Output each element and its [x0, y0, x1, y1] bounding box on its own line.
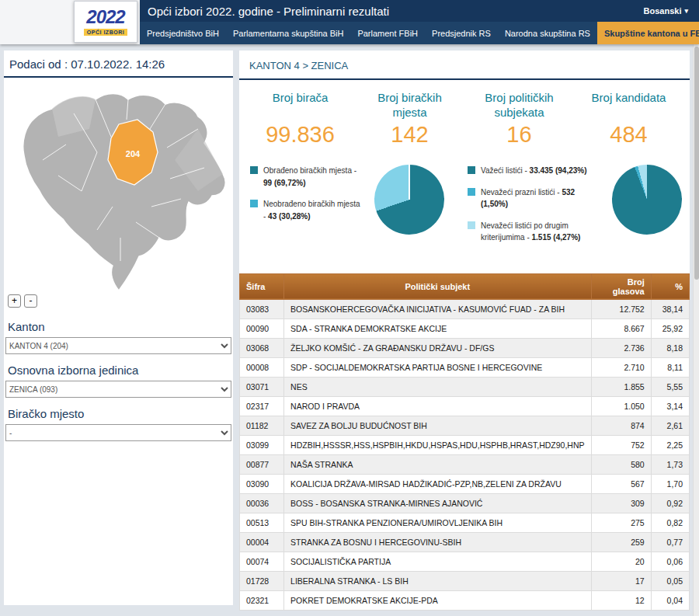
- cell-code: 00004: [240, 532, 284, 552]
- stat-card: Broj političkih subjekata16: [464, 91, 574, 148]
- cell-code: 02321: [240, 590, 284, 610]
- map-region-label: 204: [126, 149, 141, 158]
- cell-votes: 580: [591, 454, 651, 474]
- kanton-label: Kanton: [8, 320, 230, 333]
- legend-label: Nevažeći listići po drugim kriterijumima…: [481, 220, 595, 244]
- table-row[interactable]: 02317NAROD I PRAVDA1.0503,14: [240, 396, 690, 416]
- nav-tab[interactable]: Parlament FBiH: [350, 22, 425, 44]
- cell-votes: 752: [591, 435, 651, 454]
- legend-1: Obrađeno biračkih mjesta - 99 (69,72%)Ne…: [250, 165, 362, 231]
- cell-code: 00074: [240, 552, 284, 571]
- cell-subject: KOALICIJA DRŽAVA-MIRSAD HADŽIKADIĆ-PZP,N…: [284, 474, 591, 493]
- cell-subject: SPU BIH-STRANKA PENZIONERA/UMIROVLJENIKA…: [284, 513, 591, 532]
- cell-subject: BOSANSKOHERCEGOVAČKA INICIJATIVA - KASUM…: [284, 299, 591, 318]
- scrollbar[interactable]: [693, 44, 699, 616]
- cell-percent: 0,82: [651, 513, 689, 532]
- pie-1: [374, 165, 444, 235]
- cell-subject: POKRET DEMOKRATSKE AKCIJE-PDA: [284, 590, 591, 610]
- nav-tab[interactable]: Predsjednik RS: [425, 22, 498, 44]
- biracko-mjesto-label: Biračko mjesto: [8, 407, 230, 420]
- cell-votes: 259: [591, 532, 651, 552]
- column-header: Politički subjekt: [284, 273, 591, 299]
- legend-item: Neobrađeno biračkih mjesta - 43 (30,28%): [250, 198, 362, 222]
- legend-label: Obrađeno biračkih mjesta - 99 (69,72%): [263, 165, 362, 189]
- biracko-mjesto-select[interactable]: -: [5, 424, 231, 441]
- table-row[interactable]: 00877NAŠA STRANKA5801,73: [240, 454, 690, 474]
- stat-card: Broj kandidata484: [574, 91, 683, 148]
- chevron-down-icon: ▾: [684, 7, 688, 15]
- cell-code: 03090: [240, 474, 284, 493]
- language-label: Bosanski: [644, 6, 682, 16]
- legend-item: Važeći listići - 33.435 (94,23%): [468, 165, 595, 177]
- cell-votes: 874: [591, 416, 651, 435]
- cell-votes: 12: [591, 590, 651, 610]
- cell-subject: SDP - SOCIJALDEMOKRATSKA PARTIJA BOSNE I…: [284, 357, 591, 377]
- page: 2022 OPĆI IZBORI Opći izbori 2022. godin…: [0, 0, 699, 616]
- cell-code: 00036: [240, 493, 284, 513]
- legend-label: Važeći listići - 33.435 (94,23%): [481, 165, 587, 177]
- stat-label: Broj političkih subjekata: [469, 91, 570, 122]
- logo[interactable]: 2022 OPĆI IZBORI: [74, 1, 137, 43]
- table-row[interactable]: 00090SDA - STRANKA DEMOKRATSKE AKCIJE8.6…: [240, 318, 690, 338]
- table-row[interactable]: 00036BOSS - BOSANSKA STRANKA-MIRNES AJAN…: [240, 493, 690, 513]
- kanton-select[interactable]: KANTON 4 (204): [5, 337, 231, 354]
- cell-subject: ŽELJKO KOMŠIĆ - ZA GRAĐANSKU DRŽAVU - DF…: [284, 338, 591, 357]
- logo-year: 2022: [86, 8, 124, 26]
- cell-votes: 8.667: [591, 318, 651, 338]
- table-row[interactable]: 03071NES1.8555,55: [240, 377, 690, 396]
- cell-percent: 3,14: [651, 396, 689, 416]
- nav-tab[interactable]: Parlamentarna skupština BiH: [226, 22, 350, 44]
- cell-percent: 2,61: [651, 416, 689, 435]
- table-row[interactable]: 03099HDZBIH,HSSSR,HSS,HSPBIH,HKDU,HSPAS,…: [240, 435, 690, 454]
- table-row[interactable]: 00004STRANKA ZA BOSNU I HERCEGOVINU-SBIH…: [240, 532, 690, 552]
- table-body: 03083BOSANSKOHERCEGOVAČKA INICIJATIVA - …: [240, 299, 690, 610]
- table-row[interactable]: 02321POKRET DEMOKRATSKE AKCIJE-PDA120,04: [240, 590, 690, 610]
- stat-label: Broj birača: [250, 91, 351, 122]
- stat-label: Broj biračkih mjesta: [360, 91, 461, 122]
- cell-subject: LIBERALNA STRANKA - LS BIH: [284, 571, 591, 590]
- table-row[interactable]: 00513SPU BIH-STRANKA PENZIONERA/UMIROVLJ…: [240, 513, 690, 532]
- bih-map[interactable]: 204: [4, 78, 233, 311]
- column-header: Šifra: [240, 273, 284, 299]
- nav-tab[interactable]: Predsjedništvo BiH: [140, 22, 226, 44]
- cell-code: 00513: [240, 513, 284, 532]
- legend-label: Neobrađeno biračkih mjesta - 43 (30,28%): [263, 198, 362, 222]
- cell-code: 00008: [240, 357, 284, 377]
- language-selector[interactable]: Bosanski ▾: [644, 6, 699, 16]
- main-panel: KANTON 4 > ZENICA Broj birača99.836Broj …: [239, 50, 690, 611]
- stat-card: Broj biračkih mjesta142: [355, 91, 464, 148]
- nav-tab[interactable]: Narodna skupština RS: [498, 22, 597, 44]
- table-row[interactable]: 00008SDP - SOCIJALDEMOKRATSKA PARTIJA BO…: [240, 357, 690, 377]
- cell-percent: 0,06: [651, 552, 689, 571]
- pie-2: [612, 165, 682, 235]
- cell-percent: 5,55: [651, 377, 689, 396]
- cell-percent: 0,05: [651, 571, 689, 590]
- table-row[interactable]: 03068ŽELJKO KOMŠIĆ - ZA GRAĐANSKU DRŽAVU…: [240, 338, 690, 357]
- zoom-out-button[interactable]: -: [24, 294, 37, 308]
- cell-percent: 38,14: [651, 299, 689, 318]
- stat-value: 16: [464, 122, 574, 148]
- table-row[interactable]: 03083BOSANSKOHERCEGOVAČKA INICIJATIVA - …: [240, 299, 690, 318]
- table-row[interactable]: 03090KOALICIJA DRŽAVA-MIRSAD HADŽIKADIĆ-…: [240, 474, 690, 493]
- cell-votes: 275: [591, 513, 651, 532]
- cell-percent: 0,77: [651, 532, 689, 552]
- table-row[interactable]: 01182SAVEZ ZA BOLJU BUDUĆNOST BIH8742,61: [240, 416, 690, 435]
- legend-2: Važeći listići - 33.435 (94,23%)Nevažeći…: [468, 165, 595, 253]
- cell-code: 02317: [240, 396, 284, 416]
- cell-percent: 0,92: [651, 493, 689, 513]
- table-row[interactable]: 01728LIBERALNA STRANKA - LS BIH170,05: [240, 571, 690, 590]
- header: 2022 OPĆI IZBORI Opći izbori 2022. godin…: [0, 0, 699, 44]
- nav-tab[interactable]: Skupštine kantona u FBiH: [597, 22, 699, 44]
- content: Podaci od : 07.10.2022. 14:26: [0, 44, 699, 610]
- zoom-in-button[interactable]: +: [8, 294, 21, 308]
- table-row[interactable]: 00074SOCIJALISTIČKA PARTIJA200,06: [240, 552, 690, 571]
- stat-card: Broj birača99.836: [245, 91, 355, 148]
- legend-item: Obrađeno biračkih mjesta - 99 (69,72%): [250, 165, 362, 189]
- map-container: 204 + -: [4, 78, 233, 311]
- legend-item: Nevažeći listići po drugim kriterijumima…: [468, 220, 595, 244]
- scrollbar-thumb[interactable]: [694, 47, 699, 280]
- stat-value: 142: [355, 122, 464, 148]
- osnovna-izborna-jedinica-select[interactable]: ZENICA (093): [5, 381, 231, 398]
- cell-votes: 2.710: [591, 357, 651, 377]
- cell-code: 00090: [240, 318, 284, 338]
